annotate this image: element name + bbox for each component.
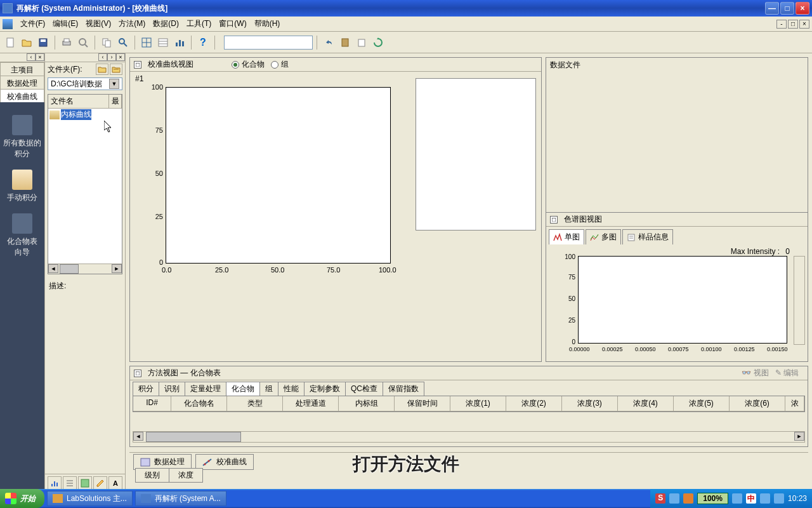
file-panel-close-button[interactable]: × [116,53,125,61]
col-name[interactable]: 化合物名 [171,396,227,411]
tab-integration[interactable]: 积分 [133,382,159,396]
scroll-left-icon[interactable]: ◄ [133,432,143,441]
search-icon[interactable] [115,35,131,50]
open-file-icon[interactable] [19,35,34,50]
help-icon[interactable]: ? [195,35,211,50]
mdi-minimize-button[interactable]: - [776,20,787,29]
menu-file[interactable]: 文件(F) [16,17,49,30]
sidebar-collapse-button[interactable]: ‹ [27,53,36,61]
col-id[interactable]: ID# [133,396,171,411]
mdi-restore-button[interactable]: □ [788,20,798,29]
col-conc1[interactable]: 浓度(1) [450,396,506,411]
tab-sample-info[interactable]: 样品信息 [622,229,673,244]
tray-icon[interactable] [683,493,693,504]
col-conc4[interactable]: 浓度(4) [618,396,674,411]
tab-qc-check[interactable]: QC检查 [345,382,383,396]
tray-icon[interactable] [732,493,742,504]
tab-quantitation[interactable]: 定量处理 [185,382,226,396]
sidebar-item-compound-wizard[interactable]: 化合物表 向导 [0,208,44,263]
tray-network-icon[interactable] [774,493,784,504]
maximize-button[interactable]: □ [780,2,794,15]
col-conc2[interactable]: 浓度(2) [506,396,562,411]
col-conc6[interactable]: 浓度(6) [730,396,785,411]
list-view-icon[interactable] [63,476,77,490]
col-conc5[interactable]: 浓度(5) [674,396,730,411]
tab-level[interactable]: 级别 [135,468,169,483]
chromatogram-plot[interactable] [578,256,787,344]
tray-sogou-icon[interactable]: S [655,493,665,504]
tab-compound[interactable]: 化合物 [226,382,260,396]
toolbar-combobox[interactable] [224,36,313,50]
text-icon[interactable]: A [108,476,122,490]
sidebar-tab-main[interactable]: 主项目 [0,62,44,76]
col-conc3[interactable]: 浓度(3) [562,396,618,411]
scroll-right-icon[interactable]: ► [794,432,804,441]
scroll-thumb[interactable] [146,432,241,442]
menu-window[interactable]: 窗口(W) [215,17,250,30]
file-list-header-name[interactable]: 文件名 [48,95,109,108]
radio-compound[interactable]: 化合物 [232,59,265,70]
chevron-down-icon[interactable]: ▼ [109,79,119,89]
tab-group[interactable]: 组 [259,382,278,396]
tab-identification[interactable]: 识别 [159,382,185,396]
view-link[interactable]: 👓 视图 [742,368,768,378]
taskbar-item-labsolutions[interactable]: LabSolutions 主... [47,491,133,506]
col-istd[interactable]: 内标组 [339,396,395,411]
method-table-scrollbar[interactable]: ◄ ► [133,431,805,443]
col-rettime[interactable]: 保留时间 [395,396,450,411]
menu-edit[interactable]: 编辑(E) [49,17,82,30]
panel-toggle-button[interactable]: □ [134,370,141,377]
tab-retention-index[interactable]: 保留指数 [383,382,424,396]
scroll-thumb[interactable] [60,264,79,274]
refresh-icon[interactable] [370,35,386,50]
file-panel-prev-button[interactable]: ‹ [98,53,107,61]
grid-view-icon[interactable] [78,476,92,490]
new-file-icon[interactable] [3,35,18,50]
edit-icon[interactable] [93,476,107,490]
sidebar-close-button[interactable]: × [36,53,44,61]
tab-concentration[interactable]: 浓度 [169,468,203,483]
zoom-percent[interactable]: 100% [697,493,728,504]
tray-icon[interactable] [669,493,679,504]
chart-icon[interactable] [172,35,187,50]
menu-method[interactable]: 方法(M) [115,17,149,30]
radio-group[interactable]: 组 [271,59,289,70]
col-channel[interactable]: 处理通道 [283,396,339,411]
clipboard-icon[interactable] [354,35,369,50]
compound-table[interactable]: ID# 化合物名 类型 处理通道 内标组 保留时间 浓度(1) 浓度(2) 浓度… [133,396,805,412]
menu-view[interactable]: 视图(V) [82,17,115,30]
edit-link[interactable]: ✎ 编辑 [775,368,799,378]
file-panel-next-button[interactable]: › [107,53,116,61]
file-list-header-other[interactable]: 最 [109,95,122,108]
minimize-button[interactable]: ― [765,2,779,15]
paste-icon[interactable] [337,35,353,50]
layout-icon[interactable] [139,35,154,50]
chart-view-icon[interactable] [48,476,62,490]
bottom-tab-calib[interactable]: 校准曲线 [195,454,254,470]
copy-icon[interactable] [99,35,114,50]
close-button[interactable]: × [796,2,809,15]
file-list-scrollbar[interactable]: ◄ ► [48,264,122,274]
undo-icon[interactable] [321,35,336,50]
sidebar-item-manual-integration[interactable]: 手动积分 [0,164,44,208]
sidebar-item-all-integration[interactable]: 所有数据的 积分 [0,110,44,164]
preview-icon[interactable] [75,35,91,50]
col-type[interactable]: 类型 [227,396,283,411]
tray-volume-icon[interactable] [760,493,770,504]
mdi-close-button[interactable]: × [799,20,809,29]
calibration-plot[interactable] [166,87,391,264]
tray-lang-icon[interactable]: 中 [746,493,756,504]
tab-multi-chart[interactable]: 多图 [586,229,621,244]
chrom-toolbar[interactable] [794,256,805,345]
save-icon[interactable] [36,35,51,50]
tab-single-chart[interactable]: 单图 [549,229,584,244]
file-row[interactable]: 内标曲线 [48,109,122,121]
table-icon[interactable] [155,35,171,50]
col-conc-more[interactable]: 浓 [785,396,804,411]
panel-toggle-button[interactable]: □ [134,61,141,69]
menu-data[interactable]: 数据(D) [149,17,183,30]
tab-performance[interactable]: 性能 [278,382,304,396]
menu-tool[interactable]: 工具(T) [183,17,215,30]
scroll-left-icon[interactable]: ◄ [48,264,58,273]
sidebar-tab-data[interactable]: 数据处理 [0,76,44,90]
